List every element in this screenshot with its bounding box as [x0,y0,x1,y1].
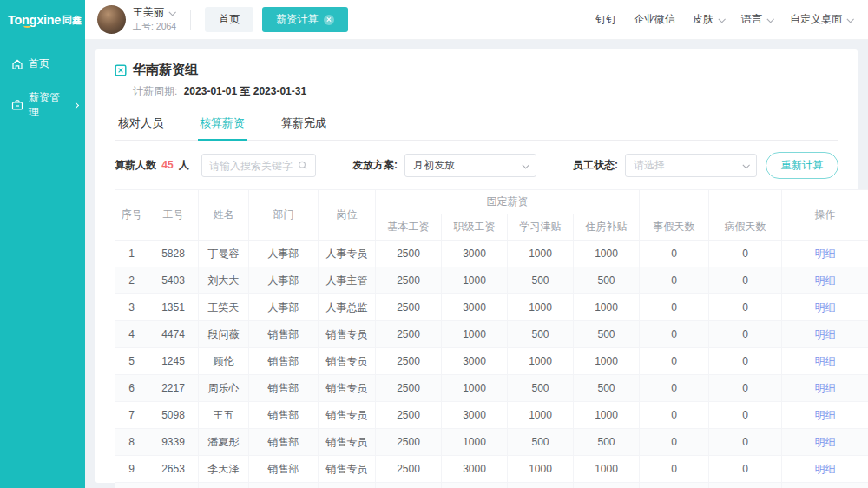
cell-action: 明细 [782,456,868,483]
detail-link[interactable]: 明细 [815,436,836,448]
cell-level: 1000 [442,321,508,348]
cell-sick: 0 [709,348,782,375]
detail-link[interactable]: 明细 [815,463,836,475]
chevron-right-icon [73,102,79,109]
detail-link[interactable]: 明细 [815,355,836,367]
cell-action: 明细 [782,321,868,348]
main-area: 华南薪资组 计薪周期: 2023-01-01 至 2023-01-31 核对人员… [85,40,868,488]
logo-text: Tongxine [8,13,61,27]
cell-no: 8 [115,429,148,456]
dropdown-label: 皮肤 [693,12,713,27]
tab-calc-salary[interactable]: 核算薪资 [198,108,247,140]
cell-id: 4474 [148,321,199,348]
close-icon[interactable] [324,15,334,25]
table-header: 序号 工号 姓名 部门 岗位 固定薪资 操作 基本工资 职级工资 学习津贴 住房… [115,190,868,241]
dropdown-custom-desktop[interactable]: 自定义桌面 [790,12,852,27]
period-label: 计薪周期: [133,85,177,97]
cell-no: 5 [115,348,148,375]
cell-no: 1 [115,241,148,267]
nav-tab-salary-calc[interactable]: 薪资计算 [262,7,348,32]
headcount: 算薪人数 45 人 [115,158,189,173]
table-body: 15828丁曼容人事部人事专员250030001000100000明细25403… [115,241,868,488]
col-action: 操作 [782,190,868,241]
table-row: 15828丁曼容人事部人事专员250030001000100000明细 [115,241,868,267]
logo-smile-mark [23,23,31,28]
cell-house: 500 [574,483,640,488]
cell-base: 2500 [376,321,442,348]
filter-row: 算薪人数 45 人 发放方案: 月初发放 员工状态: 请选择 重新计 [115,152,838,179]
nav-tab-home[interactable]: 首页 [205,7,253,32]
cell-level: 3000 [442,241,508,267]
cell-id: 2653 [148,456,199,483]
cell-id: 5828 [148,241,199,267]
dropdown-language[interactable]: 语言 [741,12,773,27]
cell-action: 明细 [782,375,868,402]
col-level-salary: 职级工资 [442,214,508,241]
search-icon[interactable] [298,160,308,171]
cell-study: 500 [508,483,574,488]
user-caret-down-icon[interactable] [168,9,175,16]
cell-action: 明细 [782,348,868,375]
search-input[interactable] [209,160,298,172]
cell-id: 5403 [148,267,199,294]
table-row: 75098王五销售部销售专员250030001000100000明细 [115,402,868,429]
cell-house: 1000 [574,456,640,483]
detail-link[interactable]: 明细 [815,301,836,313]
cell-house: 1000 [574,241,640,267]
tab-verify-staff[interactable]: 核对人员 [116,108,165,140]
recalculate-button[interactable]: 重新计算 [766,152,838,179]
home-icon [11,58,23,70]
status-select[interactable]: 请选择 [625,154,757,177]
cell-dept: 销售部 [249,429,319,456]
cell-pos: 人事总监 [319,294,376,321]
link-wecom[interactable]: 企业微信 [634,12,675,27]
cell-base: 2500 [376,456,442,483]
detail-link[interactable]: 明细 [815,382,836,394]
content-card: 华南薪资组 计薪周期: 2023-01-01 至 2023-01-31 核对人员… [95,49,858,483]
cell-sick: 0 [709,456,782,483]
headcount-unit: 人 [179,159,189,171]
cell-sick: 0 [709,483,782,488]
cell-sick: 0 [709,241,782,267]
user-avatar[interactable] [97,5,126,34]
cell-base: 2500 [376,429,442,456]
cell-pos: 销售专员 [319,321,376,348]
table-row: 31351王笑天人事部人事总监250030001000100000明细 [115,294,868,321]
cell-base: 2500 [376,241,442,267]
cell-level: 1000 [442,375,508,402]
step-tabs: 核对人员 核算薪资 算薪完成 [115,108,838,141]
detail-link[interactable]: 明细 [815,409,836,421]
col-base-salary: 基本工资 [376,214,442,241]
status-placeholder: 请选择 [634,158,738,173]
dropdown-skin[interactable]: 皮肤 [693,12,724,27]
link-dingtalk[interactable]: 钉钉 [595,12,616,27]
cell-leave: 0 [640,321,709,348]
cell-action: 明细 [782,402,868,429]
cell-dept: 销售部 [249,321,319,348]
page-title: 华南薪资组 [133,62,198,78]
cell-leave: 0 [640,483,709,488]
chevron-down-icon [846,16,853,23]
cell-dept: 销售部 [249,375,319,402]
col-name: 姓名 [199,190,249,241]
detail-link[interactable]: 明细 [815,274,836,287]
detail-link[interactable]: 明细 [815,247,836,260]
topbar: 王美丽 工号: 2064 首页 薪资计算 钉钉 企业微信 皮肤 语言 自定义桌面 [85,0,868,40]
cell-house: 500 [574,267,640,294]
tab-calc-done[interactable]: 算薪完成 [279,108,328,140]
cell-no: 3 [115,294,148,321]
cell-pos: 销售专员 [319,375,376,402]
cell-no: 7 [115,402,148,429]
cell-id: 1351 [148,294,199,321]
cell-leave: 0 [640,375,709,402]
cell-name: 孙亿枫 [199,483,249,488]
col-employee-id: 工号 [148,190,199,241]
sidebar-item-home[interactable]: 首页 [0,47,85,81]
cell-name: 王五 [199,402,249,429]
detail-link[interactable]: 明细 [815,328,836,340]
cell-leave: 0 [640,267,709,294]
cell-name: 段问薇 [199,321,249,348]
sidebar-item-salary-management[interactable]: 薪资管理 [0,81,85,129]
plan-select[interactable]: 月初发放 [404,154,536,177]
col-housing-allowance: 住房补贴 [574,214,640,241]
